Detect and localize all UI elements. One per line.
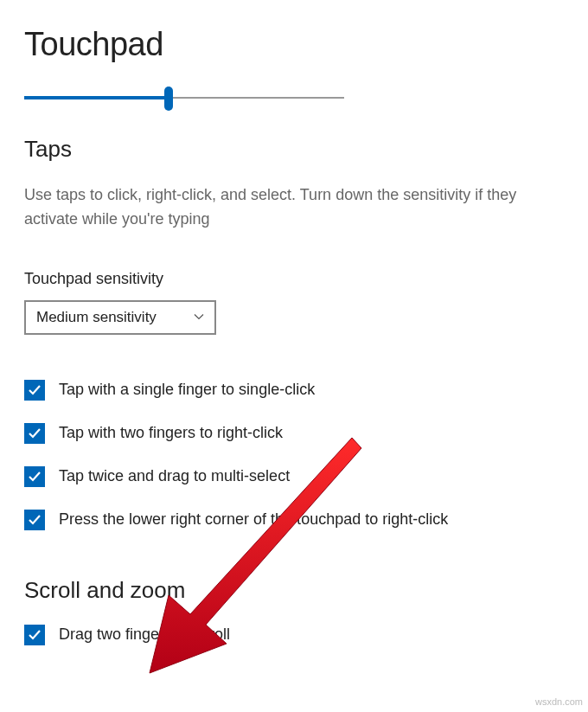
checkbox-icon[interactable] — [24, 380, 45, 401]
chevron-down-icon — [194, 309, 204, 326]
checkbox-label: Tap with two fingers to right-click — [59, 424, 283, 442]
sensitivity-value: Medium sensitivity — [36, 309, 157, 326]
checkbox-tap-two[interactable]: Tap with two fingers to right-click — [24, 423, 564, 444]
slider-rest — [169, 97, 345, 99]
slider-thumb[interactable] — [164, 87, 173, 111]
sensitivity-select[interactable]: Medium sensitivity — [24, 300, 216, 335]
watermark: wsxdn.com — [535, 696, 583, 707]
checkbox-icon[interactable] — [24, 423, 45, 444]
checkbox-drag-two-fingers[interactable]: Drag two fingers to scroll — [24, 625, 564, 645]
checkbox-tap-single[interactable]: Tap with a single finger to single-click — [24, 380, 564, 401]
taps-heading: Taps — [24, 136, 564, 163]
slider-fill — [24, 96, 169, 99]
checkbox-icon[interactable] — [24, 625, 45, 645]
checkbox-label: Tap twice and drag to multi-select — [59, 467, 290, 485]
checkbox-icon[interactable] — [24, 466, 45, 487]
taps-description: Use taps to click, right-click, and sele… — [24, 183, 552, 232]
checkbox-tap-twice-drag[interactable]: Tap twice and drag to multi-select — [24, 466, 564, 487]
sensitivity-label: Touchpad sensitivity — [24, 270, 564, 288]
page-title: Touchpad — [24, 26, 564, 63]
checkbox-label: Drag two fingers to scroll — [59, 625, 230, 644]
checkbox-icon[interactable] — [24, 510, 45, 530]
scroll-zoom-heading: Scroll and zoom — [24, 577, 564, 604]
checkbox-label: Press the lower right corner of the touc… — [59, 510, 448, 529]
cursor-speed-slider[interactable] — [24, 84, 344, 110]
checkbox-lower-right-corner[interactable]: Press the lower right corner of the touc… — [24, 510, 564, 530]
checkbox-label: Tap with a single finger to single-click — [59, 381, 315, 399]
